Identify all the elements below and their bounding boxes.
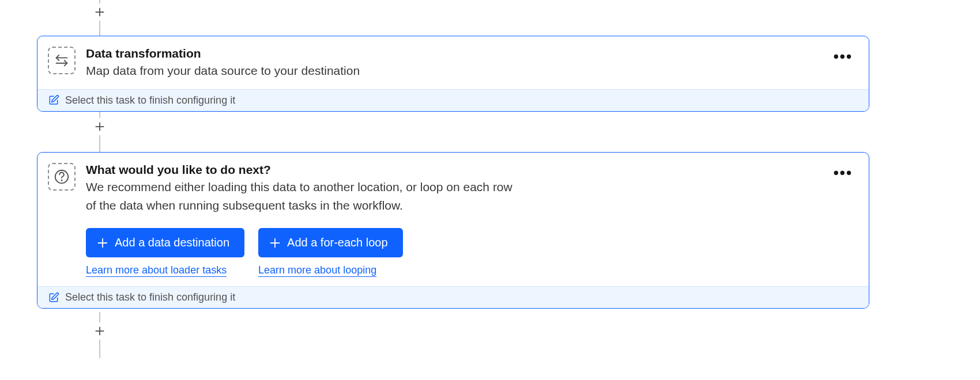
overflow-menu-button[interactable]: ••• bbox=[830, 163, 856, 183]
add-step-button[interactable] bbox=[91, 322, 108, 340]
task-title: What would you like to do next? bbox=[86, 163, 820, 177]
task-card-next-action[interactable]: 3 What would you like to do next? We rec… bbox=[37, 152, 869, 309]
plus-icon bbox=[96, 237, 109, 249]
add-step-button[interactable] bbox=[91, 118, 108, 135]
button-label: Add a data destination bbox=[115, 236, 229, 249]
button-label: Add a for-each loop bbox=[287, 236, 388, 249]
task-subtitle: Map data from your data source to your d… bbox=[86, 62, 524, 80]
edit-icon bbox=[48, 292, 59, 303]
learn-more-looping-link[interactable]: Learn more about looping bbox=[258, 264, 376, 277]
task-card-data-transformation[interactable]: Data transformation Map data from your d… bbox=[37, 36, 869, 112]
plus-icon bbox=[269, 237, 281, 249]
task-title: Data transformation bbox=[86, 47, 820, 60]
add-data-destination-button[interactable]: Add a data destination bbox=[86, 228, 244, 257]
task-footer-text: Select this task to finish configuring i… bbox=[65, 291, 235, 303]
transform-icon bbox=[48, 47, 76, 74]
svg-point-9 bbox=[61, 180, 62, 181]
task-footer[interactable]: Select this task to finish configuring i… bbox=[37, 89, 869, 111]
edit-icon bbox=[48, 94, 59, 106]
task-footer-text: Select this task to finish configuring i… bbox=[65, 94, 235, 107]
add-foreach-loop-button[interactable]: Add a for-each loop bbox=[258, 228, 403, 257]
learn-more-loader-link[interactable]: Learn more about loader tasks bbox=[86, 264, 227, 277]
overflow-menu-button[interactable]: ••• bbox=[830, 47, 856, 66]
task-footer[interactable]: Select this task to finish configuring i… bbox=[37, 286, 869, 308]
add-step-button[interactable] bbox=[91, 3, 108, 21]
question-icon bbox=[48, 163, 76, 191]
task-subtitle: We recommend either loading this data to… bbox=[86, 178, 524, 214]
